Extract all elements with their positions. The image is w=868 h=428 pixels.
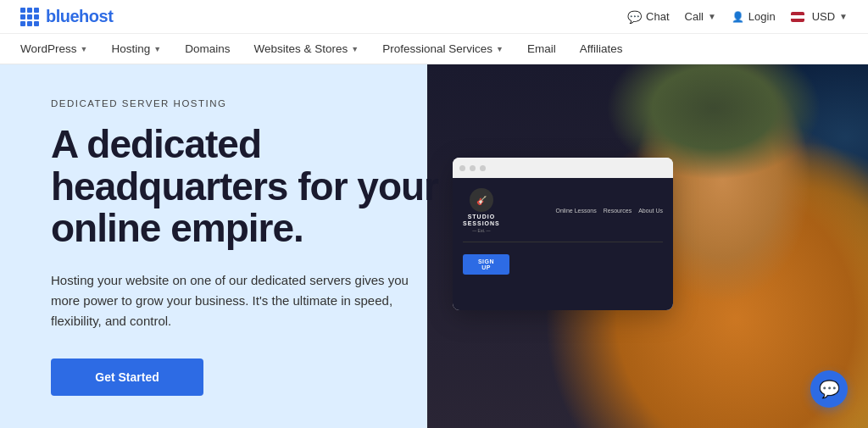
call-label: Call xyxy=(685,10,704,23)
browser-nav-link-1: Online Lessons xyxy=(555,208,596,214)
top-bar: bluehost 💬 Chat Call ▼ 👤 Login USD ▼ xyxy=(0,0,868,34)
studio-title: STUDIOSESSIONS xyxy=(463,214,500,228)
call-button[interactable]: Call ▼ xyxy=(685,10,716,23)
nav-domains[interactable]: Domains xyxy=(185,42,230,55)
nav-hosting-arrow: ▼ xyxy=(153,45,161,53)
hero-title: A dedicated headquarters for your online… xyxy=(51,124,441,250)
browser-content: 🎸 STUDIOSESSIONS — Est. — Online Lessons… xyxy=(453,178,673,310)
nav-affiliates-label: Affiliates xyxy=(580,42,623,55)
logo-grid-icon xyxy=(20,8,39,26)
browser-dot-3 xyxy=(480,165,486,171)
chat-float-button[interactable]: 💬 xyxy=(810,370,848,408)
nav-professional-label: Professional Services xyxy=(382,42,492,55)
nav-websites-label: Websites & Stores xyxy=(253,42,348,55)
nav-hosting[interactable]: Hosting ▼ xyxy=(111,42,161,55)
studio-logo: 🎸 STUDIOSESSIONS — Est. — xyxy=(463,188,500,233)
logo-area[interactable]: bluehost xyxy=(20,7,113,26)
flag-icon xyxy=(791,12,804,22)
browser-nav-link-2: Resources xyxy=(604,208,632,214)
top-nav-right: 💬 Chat Call ▼ 👤 Login USD ▼ xyxy=(627,10,848,24)
hero-section: DEDICATED SERVER HOSTING A dedicated hea… xyxy=(0,64,868,428)
nav-wordpress-arrow: ▼ xyxy=(81,45,88,53)
browser-divider xyxy=(463,242,663,242)
nav-professional-services[interactable]: Professional Services ▼ xyxy=(382,42,504,55)
nav-affiliates[interactable]: Affiliates xyxy=(580,42,623,55)
call-arrow-icon: ▼ xyxy=(708,12,716,21)
browser-nav-link-3: About Us xyxy=(638,208,663,214)
nav-email-label: Email xyxy=(527,42,556,55)
chat-icon: 💬 xyxy=(627,10,642,24)
chat-label: Chat xyxy=(646,10,669,23)
nav-domains-label: Domains xyxy=(185,42,230,55)
nav-websites-stores[interactable]: Websites & Stores ▼ xyxy=(253,42,359,55)
main-nav: WordPress ▼ Hosting ▼ Domains Websites &… xyxy=(0,34,868,64)
chat-float-icon: 💬 xyxy=(819,379,840,399)
hero-description: Hosting your website on one of our dedic… xyxy=(51,270,415,331)
browser-signup-button[interactable]: SIGN UP xyxy=(463,254,509,275)
nav-hosting-label: Hosting xyxy=(111,42,150,55)
hero-label: DEDICATED SERVER HOSTING xyxy=(51,98,441,108)
logo-text[interactable]: bluehost xyxy=(46,7,113,26)
hero-image-area: 🎸 STUDIOSESSIONS — Est. — Online Lessons… xyxy=(427,64,868,428)
browser-nav-links: Online Lessons Resources About Us xyxy=(555,208,663,214)
nav-wordpress-label: WordPress xyxy=(20,42,77,55)
browser-dot-1 xyxy=(459,165,465,171)
currency-arrow-icon: ▼ xyxy=(839,12,848,21)
hero-content: DEDICATED SERVER HOSTING A dedicated hea… xyxy=(0,64,441,396)
nav-websites-arrow: ▼ xyxy=(351,45,359,53)
currency-button[interactable]: USD ▼ xyxy=(791,10,848,23)
user-icon: 👤 xyxy=(732,11,744,23)
studio-icon-symbol: 🎸 xyxy=(476,196,487,205)
browser-bar xyxy=(453,158,673,178)
nav-wordpress[interactable]: WordPress ▼ xyxy=(20,42,87,55)
login-button[interactable]: 👤 Login xyxy=(732,10,776,23)
hero-cta-button[interactable]: Get Started xyxy=(51,359,203,396)
browser-nav: 🎸 STUDIOSESSIONS — Est. — Online Lessons… xyxy=(463,188,663,233)
chat-button[interactable]: 💬 Chat xyxy=(627,10,669,24)
studio-subtitle: — Est. — xyxy=(472,228,490,233)
nav-email[interactable]: Email xyxy=(527,42,556,55)
browser-dot-2 xyxy=(470,165,476,171)
browser-mockup: 🎸 STUDIOSESSIONS — Est. — Online Lessons… xyxy=(453,158,673,310)
nav-professional-arrow: ▼ xyxy=(496,45,504,53)
currency-label: USD xyxy=(812,10,835,23)
studio-icon: 🎸 xyxy=(470,188,493,212)
login-label: Login xyxy=(748,10,776,23)
